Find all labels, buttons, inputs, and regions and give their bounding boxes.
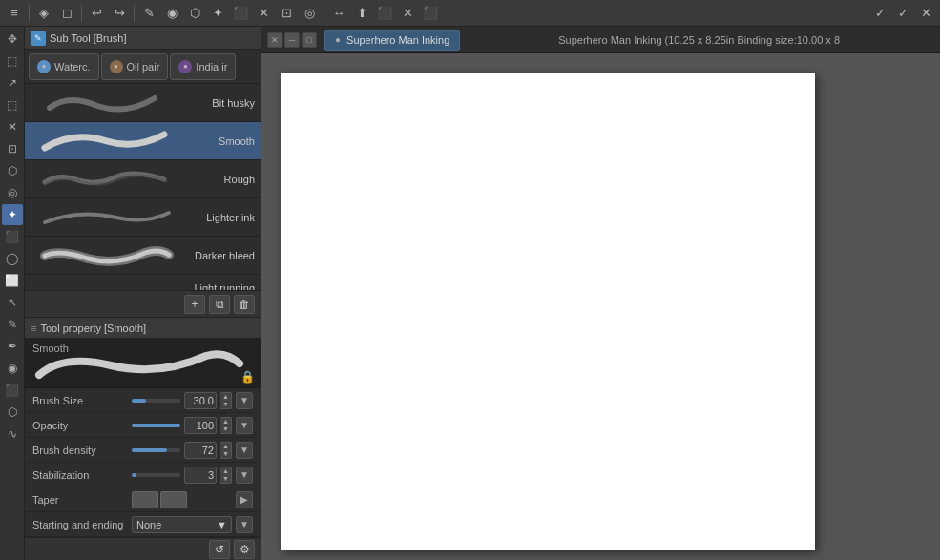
sidebar-eyedrop-tool[interactable]: ✕ xyxy=(2,116,23,137)
brush-size-down[interactable]: ▼ xyxy=(220,401,231,408)
stabilization-expand[interactable]: ▼ xyxy=(236,467,253,484)
opacity-expand[interactable]: ▼ xyxy=(236,417,253,434)
brush-size-up[interactable]: ▲ xyxy=(220,393,231,401)
tool-panel: ✎ Sub Tool [Brush] ● Waterc. ● Oil pair … xyxy=(25,27,261,560)
stabilization-value[interactable]: 3 xyxy=(184,467,217,484)
sidebar-rect-tool[interactable]: ⬜ xyxy=(2,270,23,291)
sidebar-gradient-tool[interactable]: ⬡ xyxy=(2,402,23,423)
menu-icon[interactable]: ≡ xyxy=(4,3,25,24)
tool-icon-4[interactable]: ◉ xyxy=(161,3,182,24)
sidebar-ink-tool[interactable]: ✒ xyxy=(2,336,23,357)
tool-icon-15[interactable]: ⬛ xyxy=(420,3,441,24)
brush-density-stepper[interactable]: ▲ ▼ xyxy=(220,442,232,459)
stabilization-fill xyxy=(132,473,136,477)
brush-item-darker-bleed[interactable]: Darker bleed xyxy=(25,237,261,275)
taper-box-2[interactable] xyxy=(160,491,187,508)
delete-brush-button[interactable]: 🗑 xyxy=(234,295,255,314)
tool-icon-1[interactable]: ◈ xyxy=(33,3,54,24)
add-brush-button[interactable]: + xyxy=(184,295,205,314)
taper-box-1[interactable] xyxy=(132,491,158,508)
tool-icon-7[interactable]: ⬛ xyxy=(230,3,251,24)
sidebar-paint-tool[interactable]: ⬛ xyxy=(2,380,23,401)
tool-icon-2[interactable]: ◻ xyxy=(56,3,77,24)
brush-item-lighter-ink[interactable]: Lighter ink xyxy=(25,198,261,237)
tool-icon-6[interactable]: ✦ xyxy=(207,3,228,24)
opacity-up[interactable]: ▲ xyxy=(220,418,231,425)
brush-item-bit-husky[interactable]: Bit husky xyxy=(25,84,261,122)
stabilization-up[interactable]: ▲ xyxy=(220,467,231,475)
canvas-tab[interactable]: ● Superhero Man Inking xyxy=(324,30,460,51)
property-row-brush-density: Brush density 72 ▲ ▼ ▼ xyxy=(25,438,261,463)
starting-ending-select[interactable]: None ▼ xyxy=(132,516,232,533)
tab-oil-paint[interactable]: ● Oil pair xyxy=(101,53,169,80)
reset-button[interactable]: ↺ xyxy=(209,540,230,559)
sidebar-misc-tool[interactable]: ⬚ xyxy=(2,94,23,115)
brush-density-up[interactable]: ▲ xyxy=(220,443,231,450)
property-row-stabilization: Stabilization 3 ▲ ▼ ▼ xyxy=(25,463,261,487)
tool-icon-8[interactable]: ✕ xyxy=(253,3,274,24)
sidebar-circle-tool[interactable]: ◉ xyxy=(2,358,23,379)
sidebar-erase-tool[interactable]: ⬛ xyxy=(2,226,23,247)
tool-icon-9[interactable]: ⊡ xyxy=(276,3,297,24)
tool-icon-11[interactable]: ↔ xyxy=(328,3,349,24)
sidebar-fill-tool[interactable]: ⊡ xyxy=(2,138,23,159)
window-minimize-button[interactable]: ─ xyxy=(284,32,300,48)
stabilization-slider[interactable] xyxy=(132,473,180,477)
tab-watercolor[interactable]: ● Waterc. xyxy=(29,53,99,80)
taper-expand[interactable]: ▶ xyxy=(236,491,253,508)
opacity-value[interactable]: 100 xyxy=(184,417,217,434)
opacity-stepper[interactable]: ▲ ▼ xyxy=(220,417,232,434)
brush-size-slider-container: 30.0 ▲ ▼ xyxy=(132,392,232,409)
brush-size-stepper[interactable]: ▲ ▼ xyxy=(220,392,232,409)
check-icon[interactable]: ✓ xyxy=(869,3,890,24)
sidebar-crop-tool[interactable]: ↖ xyxy=(2,292,23,313)
window-close-button[interactable]: ✕ xyxy=(267,32,282,48)
sidebar-brush-tool[interactable]: ✦ xyxy=(2,204,23,225)
sidebar-select-tool[interactable]: ⬚ xyxy=(2,51,23,72)
tool-icon-13[interactable]: ⬛ xyxy=(374,3,395,24)
brush-density-label: Brush density xyxy=(32,445,128,456)
window-controls: ✕ ─ □ xyxy=(267,32,317,48)
tool-icon-3[interactable]: ✎ xyxy=(138,3,159,24)
brush-density-value[interactable]: 72 xyxy=(184,442,217,459)
brush-density-slider[interactable] xyxy=(132,448,180,452)
brush-size-expand[interactable]: ▼ xyxy=(236,392,253,409)
brush-item-rough[interactable]: Rough xyxy=(25,160,261,198)
tab-india-ink[interactable]: ● India ir xyxy=(170,53,236,80)
brush-size-slider[interactable] xyxy=(132,399,180,403)
sidebar-transform-tool[interactable]: ↗ xyxy=(2,73,23,93)
property-row-taper: Taper ▶ xyxy=(25,487,261,512)
property-bottom-toolbar: ↺ ⚙ xyxy=(25,537,261,560)
canvas-tab-name: Superhero Man Inking xyxy=(346,34,449,46)
check2-icon[interactable]: ✓ xyxy=(892,3,913,24)
sidebar-blur-tool[interactable]: ◯ xyxy=(2,248,23,269)
stabilization-down[interactable]: ▼ xyxy=(220,475,231,483)
property-row-brush-size: Brush Size 30.0 ▲ ▼ ▼ xyxy=(25,388,261,413)
tool-icon-12[interactable]: ⬆ xyxy=(351,3,372,24)
opacity-slider[interactable] xyxy=(132,424,180,427)
tool-icon-5[interactable]: ⬡ xyxy=(184,3,205,24)
sidebar-pen-tool[interactable]: ⬡ xyxy=(2,160,23,181)
stabilization-stepper[interactable]: ▲ ▼ xyxy=(220,467,232,484)
sidebar-text-tool[interactable]: ◎ xyxy=(2,182,23,203)
sidebar-move-tool[interactable]: ✥ xyxy=(2,29,23,50)
undo-icon[interactable]: ↩ xyxy=(86,3,107,24)
settings-button[interactable]: ⚙ xyxy=(234,540,255,559)
brush-size-value[interactable]: 30.0 xyxy=(184,392,217,409)
tool-icon-14[interactable]: ✕ xyxy=(397,3,418,24)
redo-icon[interactable]: ↪ xyxy=(109,3,130,24)
brush-density-expand[interactable]: ▼ xyxy=(236,442,253,459)
close-toolbar-icon[interactable]: ✕ xyxy=(915,3,936,24)
sidebar-wave-tool[interactable]: ∿ xyxy=(2,424,23,445)
canvas-content[interactable] xyxy=(261,53,940,560)
brush-list[interactable]: Bit husky Smooth Roug xyxy=(25,84,261,290)
window-maximize-button[interactable]: □ xyxy=(302,32,317,48)
brush-item-smooth[interactable]: Smooth xyxy=(25,122,261,160)
starting-ending-expand[interactable]: ▼ xyxy=(236,516,253,533)
tool-icon-10[interactable]: ◎ xyxy=(299,3,320,24)
brush-density-down[interactable]: ▼ xyxy=(220,450,231,458)
sidebar-pencil-tool[interactable]: ✎ xyxy=(2,314,23,335)
brush-item-light-running-ink[interactable]: Light running ink xyxy=(25,275,261,290)
copy-brush-button[interactable]: ⧉ xyxy=(209,295,230,314)
opacity-down[interactable]: ▼ xyxy=(220,425,231,433)
